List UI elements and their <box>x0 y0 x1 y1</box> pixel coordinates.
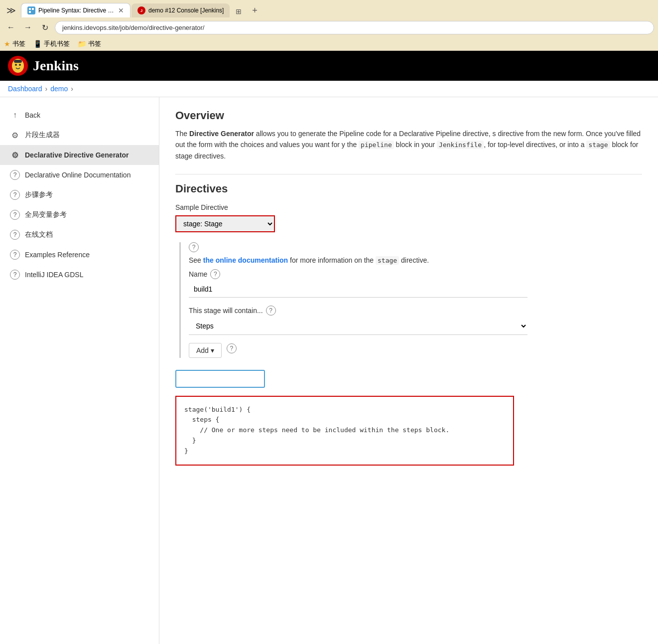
sidebar-item-declarative-docs[interactable]: ? Declarative Online Documentation <box>0 165 159 185</box>
bookmarks-bar: ★ 书签 📱 手机书签 📁 书签 <box>0 37 658 51</box>
name-label: Name ? <box>189 269 642 279</box>
directive-select-wrapper: stage: Stage <box>175 215 275 232</box>
bookmark-item-2[interactable]: 📱 手机书签 <box>33 39 70 48</box>
question-icon-3: ? <box>10 210 20 220</box>
doc-link-text: See the online documentation for more in… <box>189 256 642 264</box>
gear-icon-snippet: ⚙ <box>10 130 20 140</box>
add-button[interactable]: Add ▾ <box>189 343 222 358</box>
stage-contains-select[interactable]: Steps Parallel Stages <box>189 318 527 335</box>
sidebar-item-global-var[interactable]: ? 全局变量参考 <box>0 205 159 225</box>
sidebar-item-examples-ref[interactable]: ? Examples Reference <box>0 245 159 265</box>
sample-directive-label: Sample Directive <box>175 203 642 211</box>
sidebar-snippet-label: 片段生成器 <box>25 131 60 140</box>
bookmark-item-3[interactable]: 📁 书签 <box>78 39 101 48</box>
help-icon-top[interactable]: ? <box>189 242 199 252</box>
question-icon-1: ? <box>10 170 20 180</box>
stage-contains-help-icon[interactable]: ? <box>266 306 276 316</box>
star-icon: ★ <box>4 40 10 48</box>
folder-icon: 📁 <box>78 40 86 48</box>
bookmark-label-1: 书签 <box>12 39 25 48</box>
tab-label-1: Pipeline Syntax: Directive Gen… <box>38 7 115 14</box>
nav-forward-btn[interactable]: → <box>21 20 35 34</box>
sidebar-item-declarative-directive[interactable]: ⚙ Declarative Directive Generator <box>0 145 159 165</box>
jenkins-butler-icon <box>11 58 25 74</box>
add-help-icon[interactable]: ? <box>227 343 237 353</box>
code-output: stage('build1') { steps { // One or more… <box>175 396 514 466</box>
device-icon: 📱 <box>33 40 42 48</box>
svg-point-5 <box>19 64 21 66</box>
browser-tab-inactive[interactable]: J demo #12 Console [Jenkins] <box>132 3 230 17</box>
divider-1 <box>175 174 642 174</box>
name-input[interactable] <box>189 281 527 298</box>
bookmark-item-1[interactable]: ★ 书签 <box>4 39 25 48</box>
breadcrumb-demo[interactable]: demo <box>50 85 68 93</box>
sidebar-item-snippet-generator[interactable]: ⚙ 片段生成器 <box>0 125 159 145</box>
jenkins-logo: Jenkins <box>8 56 79 76</box>
stage-code-ref: stage <box>376 256 399 265</box>
directives-title: Directives <box>175 182 642 195</box>
browser-toolbar: ← → ↻ jenkins.idevops.site/job/demo/dire… <box>0 17 658 37</box>
online-docs-link[interactable]: the online documentation <box>203 256 288 264</box>
pipeline-inline-code: pipeline <box>359 141 394 149</box>
sidebar-docs-label: Declarative Online Documentation <box>25 171 131 179</box>
sidebar-back-label: Back <box>25 111 40 119</box>
svg-rect-2 <box>29 11 31 13</box>
svg-point-4 <box>15 64 17 66</box>
directive-select[interactable]: stage: Stage <box>175 215 275 232</box>
name-help-icon[interactable]: ? <box>210 269 220 279</box>
jenkins-header: Jenkins <box>0 51 658 81</box>
tab-close-1[interactable]: ✕ <box>118 7 124 14</box>
add-row: Add ▾ ? <box>189 343 642 358</box>
jenkins-title: Jenkins <box>33 58 79 74</box>
tab-label-2: demo #12 Console [Jenkins] <box>148 7 224 14</box>
browser-tab-active[interactable]: Pipeline Syntax: Directive Gen… ✕ <box>21 3 131 17</box>
breadcrumb-dashboard[interactable]: Dashboard <box>8 85 42 93</box>
overview-title: Overview <box>175 109 642 122</box>
sidebar-online-docs-label: 在线文档 <box>25 230 53 239</box>
bookmark-label-3: 书签 <box>88 39 101 48</box>
svg-rect-1 <box>32 8 34 10</box>
sidebar: ↑ Back ⚙ 片段生成器 ⚙ Declarative Directive G… <box>0 97 159 644</box>
sidebar-steps-label: 步骤参考 <box>25 190 53 199</box>
sidebar-item-intellij-gdsl[interactable]: ? IntelliJ IDEA GDSL <box>0 265 159 285</box>
question-icon-2: ? <box>10 190 20 200</box>
directive-generator-strong: Directive Generator <box>189 130 254 138</box>
stage-inline-code: stage <box>586 141 610 149</box>
breadcrumb-sep-2: › <box>71 85 73 93</box>
pipeline-icon <box>28 7 34 13</box>
svg-rect-6 <box>14 60 22 63</box>
tab-nav-back[interactable]: ≫ <box>4 3 18 17</box>
question-icon-6: ? <box>10 270 20 280</box>
generate-button[interactable] <box>175 370 265 388</box>
bookmark-label-2: 手机书签 <box>44 39 70 48</box>
new-tab-btn[interactable]: + <box>248 3 262 17</box>
sidebar-examples-label: Examples Reference <box>25 251 90 259</box>
sidebar-directive-label: Declarative Directive Generator <box>25 151 129 159</box>
tab-favicon-2: J <box>137 6 145 14</box>
nav-back-btn[interactable]: ← <box>4 20 18 34</box>
gear-icon-directive: ⚙ <box>10 150 20 160</box>
browser-chrome: ≫ Pipeline Syntax: Directive Gen… ✕ J de… <box>0 0 658 17</box>
sidebar-item-online-docs[interactable]: ? 在线文档 <box>0 225 159 245</box>
name-form-group: Name ? <box>189 269 642 298</box>
sidebar-item-back[interactable]: ↑ Back <box>0 105 159 125</box>
svg-rect-0 <box>29 8 31 10</box>
overview-text: The Directive Generator allows you to ge… <box>175 128 642 162</box>
stage-contains-form-group: This stage will contain... ? Steps Paral… <box>189 306 642 335</box>
address-bar[interactable]: jenkins.idevops.site/job/demo/directive-… <box>55 21 654 34</box>
arrow-up-icon: ↑ <box>10 110 20 120</box>
sidebar-intellij-label: IntelliJ IDEA GDSL <box>25 271 84 279</box>
jenkins-logo-icon <box>8 56 28 76</box>
tab-favicon-1 <box>27 6 35 14</box>
tab-grid-btn[interactable]: ⊞ <box>233 5 245 17</box>
form-card: ? See the online documentation for more … <box>179 242 642 358</box>
content-area: Overview The Directive Generator allows … <box>159 97 658 644</box>
question-icon-4: ? <box>10 230 20 240</box>
generate-section <box>175 370 642 388</box>
address-text: jenkins.idevops.site/job/demo/directive-… <box>62 24 204 31</box>
breadcrumb: Dashboard › demo › <box>0 81 658 97</box>
sidebar-item-steps-ref[interactable]: ? 步骤参考 <box>0 185 159 205</box>
main-container: ↑ Back ⚙ 片段生成器 ⚙ Declarative Directive G… <box>0 97 658 644</box>
nav-refresh-btn[interactable]: ↻ <box>38 20 52 34</box>
sidebar-global-var-label: 全局变量参考 <box>25 210 67 219</box>
